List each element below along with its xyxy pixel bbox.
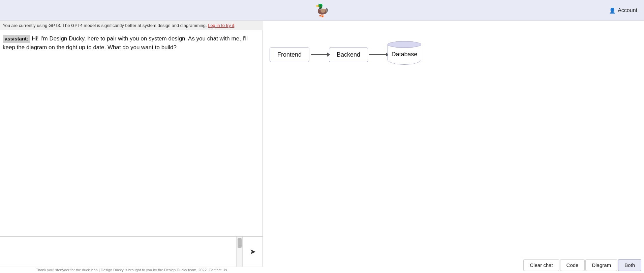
both-button[interactable]: Both xyxy=(618,259,641,271)
cylinder-top xyxy=(388,41,421,48)
message-text-0: Hi! I'm Design Ducky, here to pair with … xyxy=(3,35,248,51)
scrollbar[interactable] xyxy=(236,237,242,267)
node-backend: Backend xyxy=(329,48,368,62)
duck-icon: 🦆 xyxy=(314,4,330,17)
diagram-panel: Frontend Backend Database xyxy=(263,21,644,273)
node-database: Database xyxy=(388,41,421,68)
footer-text: Thank you! sfenyder for the duck icon | … xyxy=(0,267,263,273)
message-0: assistant:Hi! I'm Design Ducky, here to … xyxy=(3,34,260,52)
account-button[interactable]: 👤 Account xyxy=(609,7,637,13)
info-banner: You are currently using GPT3. The GPT4 m… xyxy=(0,21,263,30)
node-database-label: Database xyxy=(392,51,418,58)
message-label-0: assistant: xyxy=(3,35,30,43)
chat-input-area: ➤ xyxy=(0,236,263,267)
chat-panel: You are currently using GPT3. The GPT4 m… xyxy=(0,21,263,273)
node-frontend-label: Frontend xyxy=(277,51,302,58)
header: 🦆 👤 Account xyxy=(0,0,644,21)
arrow-line-1 xyxy=(311,54,328,55)
banner-text: You are currently using GPT3. The GPT4 m… xyxy=(3,23,207,28)
diagram-container: Frontend Backend Database xyxy=(270,41,421,68)
chat-messages: assistant:Hi! I'm Design Ducky, here to … xyxy=(0,30,263,236)
scrollbar-thumb xyxy=(238,238,242,248)
code-button[interactable]: Code xyxy=(560,259,585,271)
arrow-1 xyxy=(311,54,328,55)
arrow-line-2 xyxy=(369,54,386,55)
footer-content: Thank you! sfenyder for the duck icon | … xyxy=(36,268,227,272)
send-icon: ➤ xyxy=(250,247,256,256)
logo-area: 🦆 xyxy=(314,4,330,17)
node-frontend: Frontend xyxy=(270,48,309,62)
chat-input[interactable] xyxy=(0,237,236,267)
login-link[interactable]: Log in to try it xyxy=(208,23,234,28)
arrow-2 xyxy=(369,54,386,55)
clear-chat-button[interactable]: Clear chat xyxy=(523,259,559,271)
diagram-button[interactable]: Diagram xyxy=(585,259,617,271)
node-backend-label: Backend xyxy=(337,51,360,58)
banner-suffix: . xyxy=(234,23,236,28)
bottom-bar: Clear chat Code Diagram Both xyxy=(521,257,644,273)
account-icon: 👤 xyxy=(609,7,616,13)
main-layout: You are currently using GPT3. The GPT4 m… xyxy=(0,21,644,273)
account-label: Account xyxy=(618,7,637,13)
send-button[interactable]: ➤ xyxy=(242,237,263,267)
